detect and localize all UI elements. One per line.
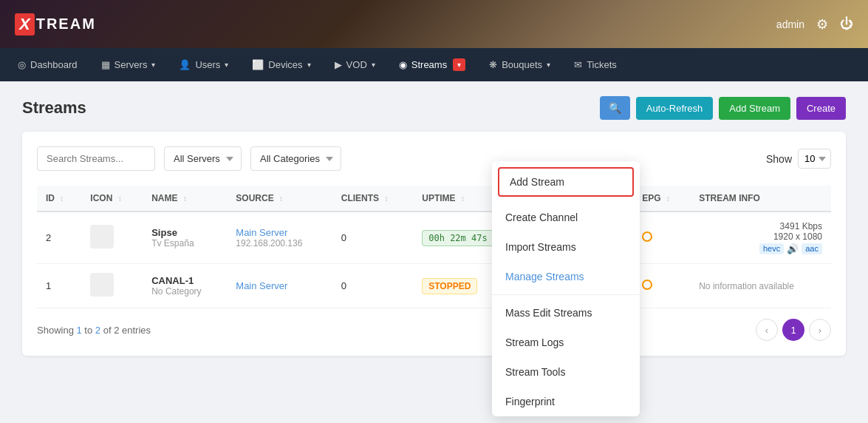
source-server: Main Server	[236, 227, 323, 238]
col-stream-info: STREAM INFO	[690, 186, 831, 212]
cell-icon	[81, 264, 143, 308]
col-icon: ICON ↕	[81, 186, 143, 212]
all-servers-select[interactable]: All Servers	[164, 146, 242, 171]
dropdown-create-channel[interactable]: Create Channel	[492, 203, 640, 232]
nav-item-dashboard[interactable]: ◎ Dashboard	[7, 53, 88, 76]
create-button[interactable]: Create	[796, 97, 846, 120]
dropdown-import-streams[interactable]: Import Streams	[492, 232, 640, 262]
cell-name: Sipse Tv España	[143, 212, 227, 264]
pagination-info: Showing 1 to 2 of 2 entries	[37, 325, 151, 336]
streams-icon: ◉	[399, 59, 407, 70]
nav-label-servers: Servers	[115, 59, 148, 70]
vod-icon: ▶	[335, 59, 342, 70]
all-categories-select[interactable]: All Categories	[250, 146, 341, 171]
categories-filter-wrapper: All Categories	[250, 146, 341, 171]
logo: X TREAM	[15, 13, 96, 35]
page-title: Streams	[22, 98, 86, 118]
table-header: ID ↕ ICON ↕ NAME ↕ SOURCE ↕ CLIENTS ↕ UP…	[37, 186, 831, 212]
cell-clients: 0	[332, 212, 413, 264]
servers-icon: ▦	[101, 59, 110, 70]
logo-text: TREAM	[36, 16, 96, 33]
streams-dropdown-menu: Add Stream Create Channel Import Streams…	[492, 161, 640, 416]
cell-icon	[81, 212, 143, 264]
users-icon: 👤	[179, 59, 191, 70]
audio-codec-badge: aac	[802, 243, 822, 254]
nav-label-users: Users	[195, 59, 220, 70]
dashboard-icon: ◎	[18, 59, 26, 70]
cell-source: Main Server	[227, 264, 332, 308]
admin-username: admin	[776, 18, 804, 30]
add-stream-button[interactable]: Add Stream	[719, 97, 790, 120]
filters-row: All Servers All Categories Show 10 25 50	[37, 146, 831, 171]
power-icon[interactable]: ⏻	[840, 16, 853, 32]
nav-label-vod: VOD	[346, 59, 367, 70]
show-count-select[interactable]: 10 25 50	[798, 149, 831, 169]
col-clients: CLIENTS ↕	[332, 186, 413, 212]
users-chevron-icon: ▾	[225, 61, 228, 69]
page-1-button[interactable]: 1	[782, 319, 804, 341]
codec-badge: hevc	[759, 243, 784, 254]
nav-label-tickets: Tickets	[587, 59, 617, 70]
vod-chevron-icon: ▾	[372, 61, 375, 69]
nav-item-devices[interactable]: ⬜ Devices ▾	[242, 53, 321, 76]
cell-stream-info: 3491 Kbps1920 x 1080 hevc 🔊 aac	[690, 212, 831, 264]
cell-id: 1	[37, 264, 81, 308]
auto-refresh-button[interactable]: Auto-Refresh	[636, 97, 714, 120]
nav-item-vod[interactable]: ▶ VOD ▾	[324, 53, 386, 76]
epg-status-dot	[642, 280, 652, 290]
table-body: 2 Sipse Tv España Main Server 192.168.20…	[37, 212, 831, 308]
dropdown-manage-streams[interactable]: Manage Streams	[492, 262, 640, 291]
header-right: admin ⚙ ⏻	[776, 16, 853, 33]
cell-name: CANAL-1 No Category	[143, 264, 227, 308]
nav-item-streams[interactable]: ◉ Streams ▾	[389, 53, 476, 77]
navbar: ◎ Dashboard ▦ Servers ▾ 👤 Users ▾ ⬜ Devi…	[0, 48, 868, 81]
col-source: SOURCE ↕	[227, 186, 332, 212]
stopped-badge: STOPPED	[422, 278, 477, 294]
cell-epg	[633, 212, 690, 264]
bouquets-icon: ❋	[489, 59, 497, 70]
nav-item-bouquets[interactable]: ❋ Bouquets ▾	[479, 53, 561, 76]
cell-source: Main Server 192.168.200.136	[227, 212, 332, 264]
header-actions: 🔍 Auto-Refresh Add Stream Create	[600, 96, 846, 120]
nav-label-bouquets: Bouquets	[502, 59, 542, 70]
pagination-controls: ‹ 1 ›	[756, 319, 831, 341]
cell-clients: 0	[332, 264, 413, 308]
search-button[interactable]: 🔍	[600, 96, 630, 120]
devices-chevron-icon: ▾	[307, 61, 311, 69]
nav-item-servers[interactable]: ▦ Servers ▾	[91, 53, 166, 76]
logo-x: X	[15, 13, 35, 35]
devices-icon: ⬜	[252, 59, 264, 70]
stream-name: CANAL-1	[151, 275, 218, 286]
stream-name: Sipse	[151, 227, 218, 238]
servers-chevron-icon: ▾	[151, 61, 155, 69]
show-control: Show 10 25 50	[766, 149, 831, 169]
settings-icon[interactable]: ⚙	[816, 16, 828, 33]
dropdown-fingerprint[interactable]: Fingerprint	[492, 387, 640, 416]
nav-label-streams: Streams	[411, 59, 447, 70]
audio-icon: 🔊	[787, 243, 799, 254]
dropdown-divider	[492, 294, 640, 295]
uptime-badge: 00h 22m 47s	[422, 230, 493, 246]
nav-item-users[interactable]: 👤 Users ▾	[168, 53, 239, 76]
table-row: 1 CANAL-1 No Category Main Server 0 STOP…	[37, 264, 831, 308]
col-id: ID ↕	[37, 186, 81, 212]
prev-page-button[interactable]: ‹	[756, 319, 778, 341]
dropdown-mass-edit-streams[interactable]: Mass Edit Streams	[492, 298, 640, 328]
dropdown-stream-logs[interactable]: Stream Logs	[492, 328, 640, 357]
streams-dropdown-arrow[interactable]: ▾	[453, 58, 465, 71]
dropdown-add-stream[interactable]: Add Stream	[498, 167, 634, 197]
dropdown-stream-tools[interactable]: Stream Tools	[492, 357, 640, 387]
pagination-bar: Showing 1 to 2 of 2 entries ‹ 1 ›	[37, 319, 831, 341]
main-content: Streams 🔍 Auto-Refresh Add Stream Create…	[0, 81, 868, 423]
search-input[interactable]	[37, 146, 155, 171]
range-end: 2	[95, 325, 100, 336]
no-info-text: No information available	[699, 281, 794, 291]
col-name: NAME ↕	[143, 186, 227, 212]
show-label: Show	[766, 153, 792, 165]
header: X TREAM admin ⚙ ⏻	[0, 0, 868, 48]
nav-item-tickets[interactable]: ✉ Tickets	[564, 53, 627, 76]
next-page-button[interactable]: ›	[809, 319, 831, 341]
source-server: Main Server	[236, 280, 323, 291]
source-ip: 192.168.200.136	[236, 238, 323, 248]
stream-subtitle: No Category	[151, 286, 218, 297]
